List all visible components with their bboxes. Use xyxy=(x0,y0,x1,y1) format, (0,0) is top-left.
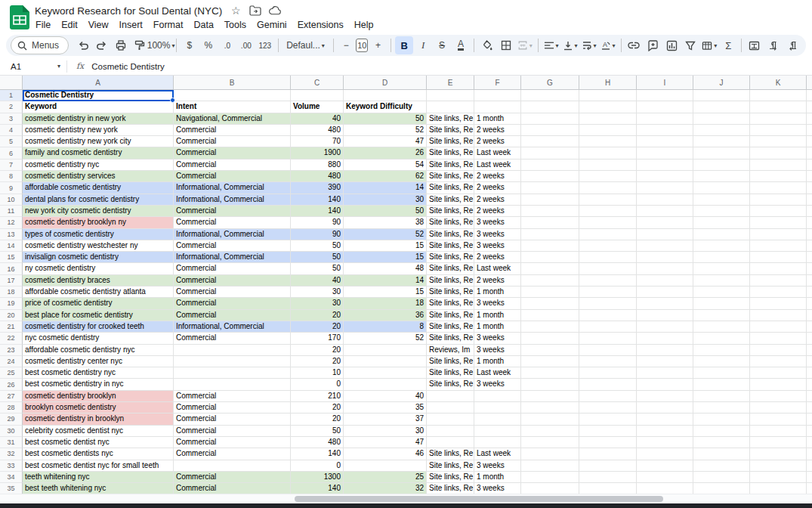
cell-J10[interactable] xyxy=(693,194,750,206)
cell-E20[interactable]: Site links, Re xyxy=(427,310,474,321)
cell-K23[interactable] xyxy=(750,345,807,356)
cell-K12[interactable] xyxy=(750,217,807,228)
cell-I19[interactable] xyxy=(637,298,693,309)
cell-G32[interactable] xyxy=(521,448,579,460)
cell-I34[interactable] xyxy=(637,472,693,483)
cell-C11[interactable]: 140 xyxy=(291,206,344,217)
cell-A17[interactable]: cosmetic dentistry braces xyxy=(23,275,174,287)
cloud-saved-icon[interactable] xyxy=(269,5,281,17)
cell-J19[interactable] xyxy=(693,298,750,309)
cell-A29[interactable]: cosmetic dentistry in brooklyn xyxy=(23,414,174,425)
cell-H18[interactable] xyxy=(579,287,637,298)
cell-J14[interactable] xyxy=(693,240,750,252)
cell-C19[interactable]: 30 xyxy=(291,298,344,309)
cell-A24[interactable]: cosmetic dentistry center nyc xyxy=(23,356,174,367)
cell-G28[interactable] xyxy=(521,402,579,414)
cell-G19[interactable] xyxy=(521,298,579,309)
cell-A26[interactable]: best cosmetic dentistry in nyc xyxy=(23,379,174,390)
cell-B24[interactable] xyxy=(174,356,291,367)
row-header-18[interactable]: 18 xyxy=(0,287,23,298)
number-format-button[interactable]: 123 xyxy=(256,36,274,54)
cell-K6[interactable] xyxy=(750,147,807,159)
cell-H10[interactable] xyxy=(579,194,637,206)
cell-X34[interactable] xyxy=(807,472,812,483)
cell-I31[interactable] xyxy=(637,437,693,448)
cell-I21[interactable] xyxy=(637,321,693,333)
cell-I8[interactable] xyxy=(637,171,693,182)
cell-J29[interactable] xyxy=(693,414,750,425)
cell-E10[interactable]: Site links, Re xyxy=(427,194,474,206)
cell-E11[interactable]: Site links, Re xyxy=(427,206,474,217)
input-tools-icon[interactable] xyxy=(746,36,764,54)
cell-K18[interactable] xyxy=(750,287,807,298)
horizontal-scrollbar-thumb[interactable] xyxy=(295,496,663,502)
cell-K29[interactable] xyxy=(750,414,807,425)
cell-G14[interactable] xyxy=(521,240,579,252)
cell-D5[interactable]: 47 xyxy=(344,136,427,147)
row-header-21[interactable]: 21 xyxy=(0,321,23,333)
cell-X14[interactable] xyxy=(807,240,812,252)
cell-X7[interactable] xyxy=(807,160,812,171)
cell-I2[interactable] xyxy=(637,101,693,113)
cell-J34[interactable] xyxy=(693,472,750,483)
cell-J18[interactable] xyxy=(693,287,750,298)
cell-F1[interactable] xyxy=(474,90,521,101)
ltr-paragraph-icon[interactable] xyxy=(764,36,783,54)
formula-input[interactable]: Cosmetic Dentistry xyxy=(91,62,165,71)
row-header-1[interactable]: 1 xyxy=(0,90,23,101)
cell-F13[interactable]: 3 weeks xyxy=(474,229,521,240)
cell-C4[interactable]: 480 xyxy=(291,125,344,136)
cell-F11[interactable]: 2 weeks xyxy=(474,206,521,217)
currency-format-button[interactable]: $ xyxy=(181,36,199,54)
cell-B2[interactable]: Intent xyxy=(174,101,291,113)
cell-H4[interactable] xyxy=(579,125,637,136)
menu-tools[interactable]: Tools xyxy=(219,18,252,32)
cell-E21[interactable]: Site links, Re xyxy=(427,321,474,333)
cell-B7[interactable]: Commercial xyxy=(174,160,291,171)
cell-F3[interactable]: 1 month xyxy=(474,113,521,125)
cell-H33[interactable] xyxy=(579,460,637,472)
cell-E28[interactable] xyxy=(427,402,474,414)
cell-D21[interactable]: 8 xyxy=(344,321,427,333)
cell-G23[interactable] xyxy=(521,345,579,356)
row-header-11[interactable]: 11 xyxy=(0,206,23,217)
cell-D23[interactable] xyxy=(344,345,427,356)
cell-G30[interactable] xyxy=(521,426,579,437)
cell-B3[interactable]: Navigational, Commercial xyxy=(174,113,291,125)
cell-C34[interactable]: 1300 xyxy=(291,472,344,483)
cell-I24[interactable] xyxy=(637,356,693,367)
cell-F32[interactable]: Last week xyxy=(474,448,521,460)
cell-C3[interactable]: 40 xyxy=(291,113,344,125)
cell-D4[interactable]: 52 xyxy=(344,125,427,136)
cell-J23[interactable] xyxy=(693,345,750,356)
cell-B1[interactable] xyxy=(174,90,291,101)
cell-D19[interactable]: 18 xyxy=(344,298,427,309)
cell-I11[interactable] xyxy=(637,206,693,217)
cell-K34[interactable] xyxy=(750,472,807,483)
cell-D9[interactable]: 14 xyxy=(344,182,427,194)
cell-H19[interactable] xyxy=(579,298,637,309)
cell-A9[interactable]: affordable cosmetic dentistry xyxy=(23,182,174,194)
cell-X32[interactable] xyxy=(807,448,812,460)
cell-X6[interactable] xyxy=(807,147,812,159)
cell-K32[interactable] xyxy=(750,448,807,460)
cell-B31[interactable]: Commercial xyxy=(174,437,291,448)
cell-F31[interactable] xyxy=(474,437,521,448)
cell-A18[interactable]: affordable cosmetic dentistry atlanta xyxy=(23,287,174,298)
cell-G1[interactable] xyxy=(521,90,579,101)
cell-X15[interactable] xyxy=(807,252,812,263)
cell-A25[interactable]: best cosmetic dentistry nyc xyxy=(23,367,174,379)
cell-E5[interactable]: Site links, Re xyxy=(427,136,474,147)
rtl-paragraph-icon[interactable] xyxy=(783,36,801,54)
cell-C21[interactable]: 20 xyxy=(291,321,344,333)
row-header-22[interactable]: 22 xyxy=(0,333,23,344)
text-rotation-button[interactable]: A▾ xyxy=(599,36,617,54)
cell-B12[interactable]: Commercial xyxy=(174,217,291,228)
cell-E29[interactable] xyxy=(427,414,474,425)
cell-X18[interactable] xyxy=(807,287,812,298)
cell-J15[interactable] xyxy=(693,252,750,263)
decrease-font-size-button[interactable]: − xyxy=(337,36,355,54)
cell-G26[interactable] xyxy=(521,379,579,390)
cell-I4[interactable] xyxy=(637,125,693,136)
cell-B32[interactable]: Commercial xyxy=(174,448,291,460)
